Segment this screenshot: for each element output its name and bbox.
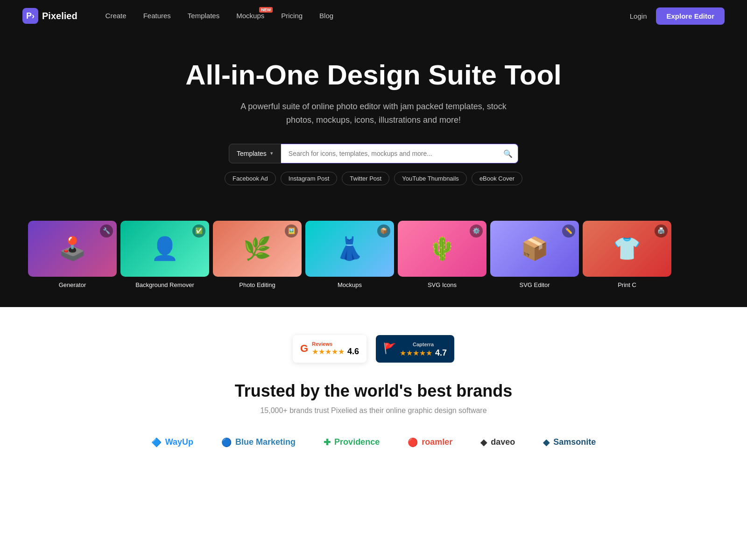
quick-tag-0[interactable]: Facebook Ad xyxy=(225,172,276,185)
brand-name: WayUp xyxy=(165,437,193,447)
brand-logo-blue-marketing: 🔵Blue Marketing xyxy=(221,437,296,448)
card-corner-icon: 🔧 xyxy=(100,224,113,238)
logo-text: Pixelied xyxy=(42,11,78,21)
brand-name: Samsonite xyxy=(553,437,596,447)
feature-card-label: SVG Icons xyxy=(398,281,486,288)
brand-name: roamler xyxy=(422,437,452,447)
search-input-wrap: 🔍 xyxy=(281,144,518,163)
capterra-stars: ★★★★★ xyxy=(400,349,432,357)
brand-logo-daveo: ◆daveo xyxy=(480,437,515,448)
brand-logo-samsonite: ◆Samsonite xyxy=(543,437,596,448)
brand-logo-providence: ✚Providence xyxy=(324,437,380,448)
feature-card-svg-editor[interactable]: 📦✏️SVG Editor xyxy=(490,221,579,288)
brand-icon: ◆ xyxy=(480,437,487,448)
capterra-logo-icon: 🚩 xyxy=(383,343,396,355)
feature-card-print-c[interactable]: 👕🖨️Print C xyxy=(583,221,671,288)
hero-title: All-in-One Design Suite Tool xyxy=(9,60,738,91)
feature-card-label: Background Remover xyxy=(120,281,209,288)
brand-icon: ✚ xyxy=(324,437,331,448)
search-icon: 🔍 xyxy=(503,149,513,157)
hero-section: All-in-One Design Suite Tool A powerful … xyxy=(0,32,747,221)
nav-badge-new: NEW xyxy=(259,7,273,13)
capterra-info: Capterra ★★★★★ 4.7 xyxy=(400,340,447,358)
brand-name: Providence xyxy=(334,437,380,447)
feature-card-label: Photo Editing xyxy=(213,281,302,288)
quick-tag-1[interactable]: Instagram Post xyxy=(281,172,337,185)
brand-icon: 🔷 xyxy=(151,437,162,448)
g2-logo-icon: G xyxy=(300,343,308,355)
card-main-icon: 👤 xyxy=(151,236,179,262)
feature-card-label: Mockups xyxy=(305,281,394,288)
capterra-score: 4.7 xyxy=(435,348,447,358)
brand-icon: 🔴 xyxy=(408,437,418,448)
feature-card-generator[interactable]: 🕹️🔧Generator xyxy=(28,221,117,288)
g2-reviews-label: Reviews xyxy=(312,341,332,347)
card-main-icon: 📦 xyxy=(521,236,549,262)
brand-logos: 🔷WayUp🔵Blue Marketing✚Providence🔴roamler… xyxy=(9,437,738,466)
nav-link-templates[interactable]: Templates xyxy=(188,12,219,20)
feature-card-background-remover[interactable]: 👤✅Background Remover xyxy=(120,221,209,288)
card-main-icon: 🕹️ xyxy=(58,236,86,262)
card-corner-icon: ✅ xyxy=(192,224,205,238)
card-corner-icon: 📦 xyxy=(377,224,390,238)
card-corner-icon: 🖼️ xyxy=(285,224,298,238)
nav-right: Login Explore Editor xyxy=(630,7,725,25)
explore-editor-button[interactable]: Explore Editor xyxy=(656,7,725,25)
logo-icon: P› xyxy=(22,8,38,24)
capterra-badge: 🚩 Capterra ★★★★★ 4.7 xyxy=(376,335,454,363)
card-corner-icon: 🖨️ xyxy=(655,224,668,238)
card-main-icon: 🌿 xyxy=(243,236,271,262)
quick-tags: Facebook AdInstagram PostTwitter PostYou… xyxy=(9,172,738,185)
feature-card-mockups[interactable]: 👗📦Mockups xyxy=(305,221,394,288)
logo-link[interactable]: P› Pixelied xyxy=(22,8,78,24)
quick-tag-4[interactable]: eBook Cover xyxy=(472,172,522,185)
features-strip: 🕹️🔧Generator👤✅Background Remover🌿🖼️Photo… xyxy=(0,221,747,307)
nav-link-blog[interactable]: Blog xyxy=(319,12,333,20)
login-link[interactable]: Login xyxy=(630,12,647,20)
nav-link-features[interactable]: Features xyxy=(143,12,171,20)
brand-icon: 🔵 xyxy=(221,437,232,448)
trusted-title: Trusted by the world's best brands xyxy=(9,381,738,401)
g2-info: Reviews ★★★★★ 4.6 xyxy=(312,341,359,357)
chevron-down-icon: ▾ xyxy=(270,150,273,156)
feature-card-svg-icons[interactable]: 🌵⚙️SVG Icons xyxy=(398,221,486,288)
trusted-sub: 15,000+ brands trust Pixelied as their o… xyxy=(9,406,738,415)
navbar: P› Pixelied CreateFeaturesTemplatesMocku… xyxy=(0,0,747,32)
card-corner-icon: ⚙️ xyxy=(470,224,483,238)
brand-icon: ◆ xyxy=(543,437,550,448)
g2-badge: G Reviews ★★★★★ 4.6 xyxy=(293,335,366,363)
search-button[interactable]: 🔍 xyxy=(503,149,513,158)
brand-name: daveo xyxy=(491,437,515,447)
nav-link-pricing[interactable]: Pricing xyxy=(281,12,303,20)
nav-link-create[interactable]: Create xyxy=(106,12,127,20)
card-main-icon: 🌵 xyxy=(428,236,456,262)
brand-name: Blue Marketing xyxy=(235,437,296,447)
brand-logo-wayup: 🔷WayUp xyxy=(151,437,193,448)
g2-stars: ★★★★★ xyxy=(312,347,345,356)
card-main-icon: 👗 xyxy=(336,236,364,262)
search-dropdown[interactable]: Templates ▾ xyxy=(229,144,281,163)
search-bar: Templates ▾ 🔍 xyxy=(229,144,518,163)
feature-card-label: SVG Editor xyxy=(490,281,579,288)
feature-card-label: Generator xyxy=(28,281,117,288)
hero-subtitle: A powerful suite of online photo editor … xyxy=(238,100,509,127)
social-proof-section: G Reviews ★★★★★ 4.6 🚩 Capterra ★★★★★ 4.7 xyxy=(0,307,747,476)
g2-score: 4.6 xyxy=(347,347,359,357)
quick-tag-2[interactable]: Twitter Post xyxy=(342,172,389,185)
rating-badges: G Reviews ★★★★★ 4.6 🚩 Capterra ★★★★★ 4.7 xyxy=(9,335,738,363)
capterra-label: Capterra xyxy=(413,342,434,347)
feature-card-label: Print C xyxy=(583,281,671,288)
brand-logo-roamler: 🔴roamler xyxy=(408,437,452,448)
quick-tag-3[interactable]: YouTube Thumbnails xyxy=(394,172,467,185)
nav-links: CreateFeaturesTemplatesMockupsNEWPricing… xyxy=(106,12,630,20)
search-dropdown-label: Templates xyxy=(237,150,267,157)
search-input[interactable] xyxy=(281,144,518,163)
nav-link-mockups[interactable]: Mockups xyxy=(236,12,264,20)
feature-card-photo-editing[interactable]: 🌿🖼️Photo Editing xyxy=(213,221,302,288)
card-corner-icon: ✏️ xyxy=(562,224,575,238)
card-main-icon: 👕 xyxy=(613,236,641,262)
